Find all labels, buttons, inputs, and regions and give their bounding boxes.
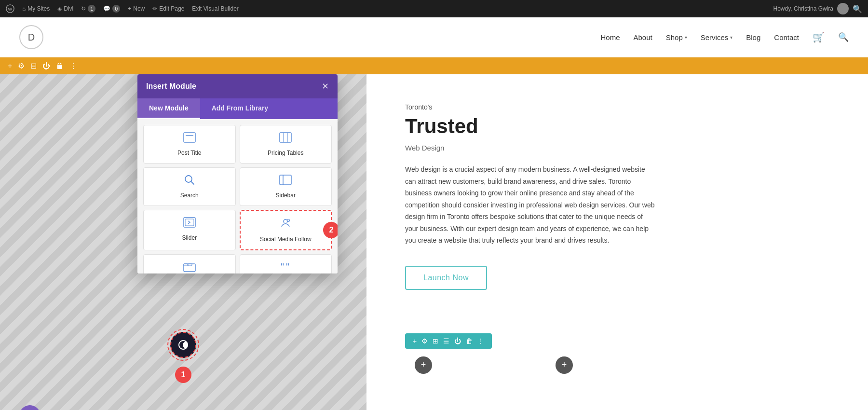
module-slider[interactable]: Slider (143, 210, 236, 250)
insert-module-modal: Insert Module ✕ New Module Add From Libr… (137, 74, 338, 273)
teal-toolbar-wrapper: + ⚙ ⊞ ☰ ⏻ 🗑 ⋮ + + (405, 309, 829, 374)
svg-rect-2 (184, 133, 195, 142)
add-column-button-1[interactable]: + (415, 356, 432, 374)
orange-settings-icon[interactable]: ⚙ (18, 61, 25, 70)
comments[interactable]: 💬 0 (103, 5, 120, 13)
launch-now-button[interactable]: Launch Now (405, 266, 487, 290)
nav-contact[interactable]: Contact (774, 33, 799, 41)
tabs-icon (183, 261, 196, 273)
comments-icon: 💬 (103, 5, 110, 12)
testimonial-icon: " " (279, 261, 292, 273)
svg-rect-4 (280, 133, 291, 142)
modal-tabs: New Module Add From Library (137, 98, 338, 119)
updates-icon: ↻ (81, 5, 86, 12)
divi-icon: ◈ (57, 5, 62, 12)
add-buttons-row: + + (405, 356, 829, 374)
modal-header: Insert Module ✕ (137, 74, 338, 98)
teal-more-icon[interactable]: ⋮ (477, 337, 484, 345)
home-icon: ⌂ (22, 5, 26, 12)
orange-add-icon[interactable]: + (8, 62, 12, 70)
svg-rect-15 (184, 264, 195, 272)
content-eyebrow: Toronto's (405, 103, 829, 111)
nav-shop[interactable]: Shop ▾ (666, 33, 687, 41)
admin-bar: W ⌂ My Sites ◈ Divi ↻ 1 💬 0 + New ✏ Edit… (0, 0, 868, 17)
module-social-media-follow[interactable]: Social Media Follow 2 (240, 210, 332, 250)
modal-close-button[interactable]: ✕ (322, 81, 329, 92)
search-module-icon (184, 175, 195, 188)
edit-page[interactable]: ✏ Edit Page (152, 5, 184, 12)
right-content: Toronto's Trusted Web Design Web design … (366, 74, 868, 410)
sidebar-module-icon (279, 175, 292, 188)
module-tabs[interactable]: Tabs (143, 254, 236, 273)
search-icon[interactable]: 🔍 (853, 4, 862, 14)
module-testimonial[interactable]: " " Testimonial (240, 254, 332, 273)
add-column-button-2[interactable]: + (556, 356, 573, 374)
wp-icon[interactable]: W (6, 4, 14, 13)
site-header: D Home About Shop ▾ Services ▾ Blog Cont… (0, 17, 868, 57)
divi-menu[interactable]: ◈ Divi (57, 5, 73, 12)
teal-rows-icon[interactable]: ☰ (443, 337, 449, 345)
svg-point-13 (284, 219, 287, 223)
orange-delete-icon[interactable]: 🗑 (56, 62, 64, 70)
plus-icon: + (128, 5, 131, 12)
content-body: Web design is a crucial aspect of any mo… (405, 164, 656, 246)
teal-toolbar: + ⚙ ⊞ ☰ ⏻ 🗑 ⋮ (405, 333, 492, 349)
teal-delete-icon[interactable]: 🗑 (466, 337, 473, 345)
new-menu[interactable]: + New (128, 5, 145, 12)
my-sites[interactable]: ⌂ My Sites (22, 5, 50, 12)
module-sidebar[interactable]: Sidebar (240, 167, 332, 206)
modal-title: Insert Module (146, 82, 196, 91)
orange-toolbar: + ⚙ ⊟ ⏻ 🗑 ⋮ (0, 57, 868, 74)
pencil-icon: ✏ (152, 5, 157, 12)
search-label: Search (180, 192, 199, 199)
cart-icon[interactable]: 🛒 (813, 31, 825, 43)
main-content: Insert Module ✕ New Module Add From Libr… (0, 74, 868, 410)
divi-circle-border (167, 329, 199, 361)
tab-new-module[interactable]: New Module (137, 98, 200, 119)
teal-settings-icon[interactable]: ⚙ (421, 337, 428, 345)
orange-layout-icon[interactable]: ⊟ (30, 61, 37, 70)
admin-bar-right: Howdy, Christina Gwira 🔍 (773, 3, 862, 14)
svg-line-8 (191, 182, 194, 185)
social-media-follow-icon (280, 218, 291, 232)
exit-visual-builder[interactable]: Exit Visual Builder (192, 5, 239, 12)
step-badge-2: 2 (323, 222, 338, 238)
module-pricing-tables[interactable]: Pricing Tables (240, 125, 332, 164)
shop-chevron: ▾ (685, 35, 687, 40)
svg-text:W: W (8, 7, 13, 12)
teal-columns-icon[interactable]: ⊞ (433, 337, 438, 345)
services-chevron: ▾ (730, 35, 732, 40)
site-nav: Home About Shop ▾ Services ▾ Blog Contac… (600, 31, 849, 43)
module-grid: Post Title Pricing Tables (137, 119, 338, 273)
modal-overlay: Insert Module ✕ New Module Add From Libr… (137, 74, 338, 273)
post-title-label: Post Title (177, 150, 201, 156)
nav-home[interactable]: Home (600, 33, 620, 41)
module-search[interactable]: Search (143, 167, 236, 206)
step-badge-1: 1 (175, 367, 191, 383)
pricing-tables-label: Pricing Tables (268, 150, 303, 156)
divi-moon-icon[interactable] (170, 332, 196, 358)
divi-floating-element: 1 (167, 329, 199, 383)
svg-rect-9 (280, 175, 291, 185)
teal-power-icon[interactable]: ⏻ (454, 337, 461, 345)
slider-icon (183, 217, 196, 231)
social-media-follow-label: Social Media Follow (260, 236, 312, 243)
post-title-icon (183, 132, 196, 146)
orange-power-icon[interactable]: ⏻ (42, 62, 50, 70)
left-panel: Insert Module ✕ New Module Add From Libr… (0, 74, 366, 410)
slider-label: Slider (182, 234, 197, 241)
orange-more-icon[interactable]: ⋮ (69, 61, 77, 70)
updates[interactable]: ↻ 1 (81, 5, 95, 13)
content-subheading: Web Design (405, 144, 829, 152)
nav-about[interactable]: About (633, 33, 652, 41)
pricing-tables-icon (279, 132, 292, 146)
nav-services[interactable]: Services ▾ (701, 33, 733, 41)
avatar (837, 3, 849, 14)
nav-blog[interactable]: Blog (746, 33, 760, 41)
nav-search-icon[interactable]: 🔍 (838, 32, 849, 42)
module-post-title[interactable]: Post Title (143, 125, 236, 164)
svg-text:": " (286, 261, 289, 272)
teal-add-icon[interactable]: + (413, 337, 417, 345)
sidebar-label: Sidebar (276, 192, 296, 199)
tab-add-from-library[interactable]: Add From Library (200, 98, 280, 119)
